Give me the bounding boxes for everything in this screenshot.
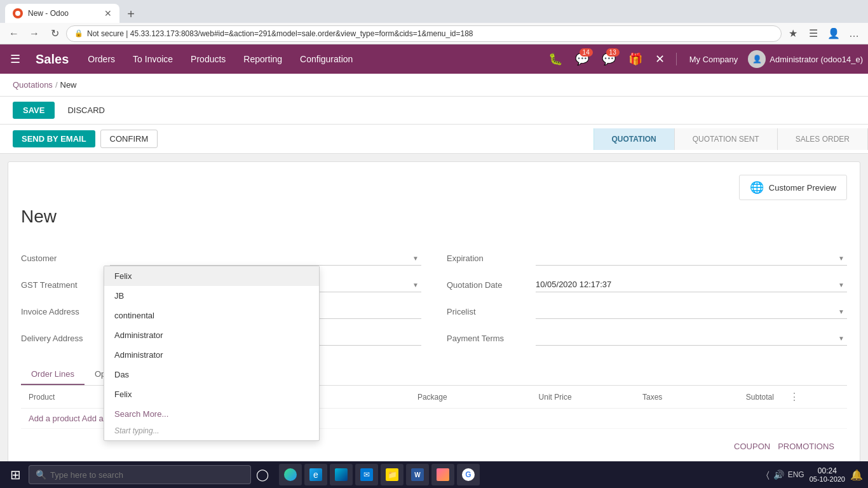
customer-input[interactable]	[110, 250, 421, 266]
status-step-quotation-sent[interactable]: QUOTATION SENT	[674, 128, 777, 150]
pricelist-field-value: ▼	[536, 304, 847, 319]
nav-right-area: 🐛 💬 14 💬 13 🎁 ✕ My Company 👤 Administrat…	[545, 48, 863, 70]
taskbar-search-box[interactable]: 🔍	[29, 465, 251, 484]
nav-item-orders[interactable]: Orders	[79, 44, 124, 74]
taskbar-volume-icon[interactable]: 🔊	[773, 470, 784, 480]
messaging-badge: 13	[606, 48, 620, 57]
pricelist-input[interactable]	[536, 304, 847, 319]
taskbar-app-word[interactable]: W	[406, 464, 429, 485]
form-card: 🌐 Customer Preview New Customer ▼ Felix	[8, 161, 860, 472]
taskbar-browser-icon	[284, 468, 297, 481]
search-more-link[interactable]: Search More...	[104, 404, 319, 424]
taskbar-app-mail[interactable]: ✉	[355, 464, 378, 485]
taskbar-photos-icon	[437, 468, 449, 481]
gst-treatment-label: GST Treatment	[21, 280, 110, 290]
coupon-link[interactable]: COUPON	[734, 442, 770, 451]
forward-button[interactable]: →	[25, 25, 43, 43]
security-icon: 🔒	[74, 29, 83, 37]
nav-item-reporting[interactable]: Reporting	[234, 44, 291, 74]
delivery-address-label: Delivery Address	[21, 334, 110, 343]
expiration-input[interactable]	[536, 250, 847, 266]
form-fields-row: Customer ▼ Felix JB continental Administ…	[21, 247, 847, 354]
menu-button[interactable]: …	[845, 25, 863, 43]
taskbar-app-files[interactable]: 📁	[381, 464, 403, 485]
confirm-button[interactable]: CONFIRM	[100, 130, 158, 148]
promotions-link[interactable]: PROMOTIONS	[778, 442, 834, 451]
main-content: 🌐 Customer Preview New Customer ▼ Felix	[0, 154, 868, 488]
customer-preview-area: 🌐 Customer Preview	[21, 175, 847, 200]
tab-close-button[interactable]: ✕	[104, 8, 112, 18]
taskbar-mail-icon: ✉	[360, 468, 373, 481]
address-bar[interactable]: 🔒 Not secure | 45.33.123.173:8083/web#id…	[66, 25, 782, 42]
taskbar-app-edge[interactable]: e	[304, 464, 327, 485]
user-name: Administrator (odoo14_e)	[770, 55, 863, 64]
taskbar-word-icon: W	[411, 468, 424, 481]
dropdown-item-jb[interactable]: JB	[104, 286, 319, 306]
col-header-taxes: Taxes	[580, 386, 670, 409]
expiration-field-value: ▼	[536, 250, 847, 266]
quotation-date-field-row: Quotation Date ▼	[447, 274, 847, 295]
avatar: 👤	[748, 50, 766, 68]
col-header-package: Package	[339, 386, 454, 409]
apps-menu-button[interactable]: ☰	[5, 47, 25, 71]
taskbar-language[interactable]: ENG	[788, 470, 804, 479]
reload-button[interactable]: ↻	[46, 25, 64, 43]
nav-item-to-invoice[interactable]: To Invoice	[124, 44, 182, 74]
save-button[interactable]: SAVE	[13, 102, 55, 119]
debug-icon-button[interactable]: 🐛	[545, 48, 566, 70]
new-tab-button[interactable]: +	[122, 5, 140, 23]
breadcrumb-parent-link[interactable]: Quotations	[13, 80, 53, 90]
company-name[interactable]: My Company	[684, 55, 743, 64]
send-by-email-button[interactable]: SEND BY EMAIL	[13, 130, 95, 147]
tab-order-lines[interactable]: Order Lines	[21, 364, 85, 385]
taskbar-app-browser[interactable]	[279, 464, 302, 485]
bookmark-button[interactable]: ★	[784, 25, 802, 43]
taskbar-network-icon[interactable]: 〈	[766, 470, 770, 480]
dropdown-item-administrator-2[interactable]: Administrator	[104, 345, 319, 365]
discard-button[interactable]: DISCARD	[60, 102, 112, 119]
browser-tab[interactable]: New - Odoo ✕	[5, 4, 119, 23]
form-title: New	[21, 207, 847, 234]
taskbar-notification-icon[interactable]: 🔔	[850, 469, 863, 481]
messaging-button[interactable]: 💬 13	[598, 48, 620, 70]
close-icon-button[interactable]: ✕	[651, 48, 668, 70]
dropdown-item-felix-2[interactable]: Felix	[104, 384, 319, 404]
nav-item-products[interactable]: Products	[182, 44, 234, 74]
profile-button[interactable]: 👤	[825, 25, 843, 43]
dropdown-item-felix-1[interactable]: Felix	[104, 266, 319, 286]
gift-icon-button[interactable]: 🎁	[625, 48, 646, 70]
back-button[interactable]: ←	[5, 25, 23, 43]
action-bar: SAVE DISCARD	[0, 97, 868, 125]
customer-preview-button[interactable]: 🌐 Customer Preview	[739, 175, 847, 200]
brand-title[interactable]: Sales	[25, 52, 79, 67]
nav-item-configuration[interactable]: Configuration	[291, 44, 362, 74]
breadcrumb-separator: /	[55, 80, 58, 90]
taskbar-store-icon	[335, 468, 348, 481]
tab-title: New - Odoo	[28, 9, 99, 18]
breadcrumb-current: New	[60, 80, 77, 90]
taskbar-search-icon: 🔍	[36, 470, 46, 480]
taskbar-app-store[interactable]	[330, 464, 353, 485]
taskbar-app-photos[interactable]	[431, 464, 454, 485]
taskbar-clock[interactable]: 00:24 05-10-2020	[810, 466, 845, 483]
payment-terms-input[interactable]	[536, 330, 847, 346]
dropdown-item-das[interactable]: Das	[104, 365, 319, 384]
table-column-menu-button[interactable]: ⋮	[789, 391, 799, 402]
dropdown-item-administrator-1[interactable]: Administrator	[104, 325, 319, 345]
col-header-subtotal: Subtotal	[670, 386, 781, 409]
start-button[interactable]: ⊞	[5, 464, 26, 485]
quotation-date-input[interactable]	[536, 277, 847, 292]
taskbar-search-input[interactable]	[50, 470, 244, 480]
status-step-quotation[interactable]: QUOTATION	[593, 128, 674, 150]
taskbar-app-chrome[interactable]: G	[457, 464, 480, 485]
taskbar-cortana-button[interactable]: ◯	[254, 466, 271, 484]
user-menu[interactable]: 👤 Administrator (odoo14_e)	[748, 50, 863, 68]
status-bar: SEND BY EMAIL CONFIRM QUOTATION QUOTATIO…	[0, 125, 868, 154]
discuss-button[interactable]: 💬 14	[571, 48, 593, 70]
payment-terms-label: Payment Terms	[447, 334, 536, 343]
dropdown-item-continental[interactable]: continental	[104, 306, 319, 325]
add-product-link[interactable]: Add a product	[29, 414, 80, 423]
status-step-sales-order[interactable]: SALES ORDER	[777, 128, 868, 150]
collection-button[interactable]: ☰	[804, 25, 822, 43]
taskbar-files-icon: 📁	[386, 468, 398, 481]
